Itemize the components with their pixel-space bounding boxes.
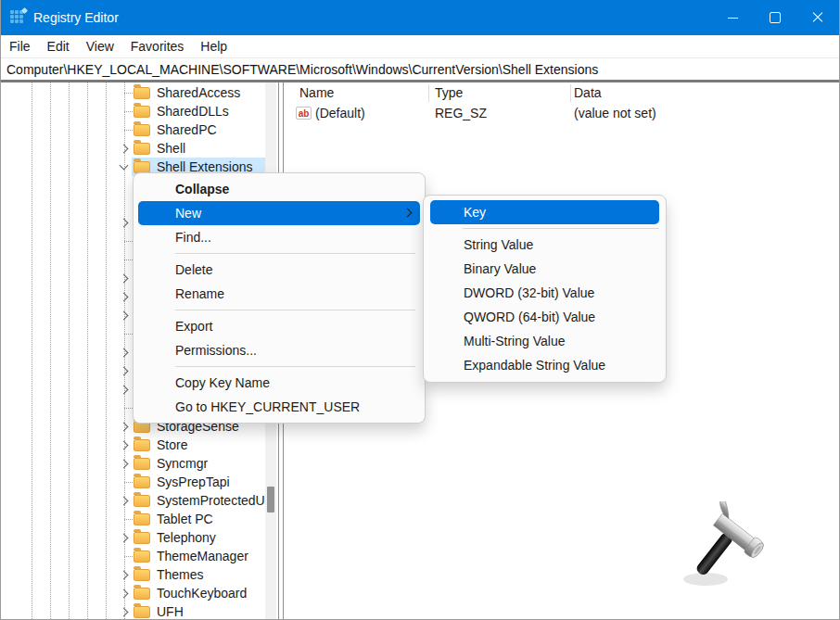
chevron-right-icon[interactable] (119, 348, 129, 358)
menu-item-string-value[interactable]: String Value (430, 233, 659, 257)
tree-item-touchkeyboard[interactable]: TouchKeyboard (1, 584, 265, 602)
menu-item-qword-64-bit-value[interactable]: QWORD (64-bit) Value (430, 305, 659, 329)
menu-item-rename[interactable]: Rename (138, 282, 420, 306)
value-type: REG_SZ (435, 106, 487, 120)
menu-item-collapse[interactable]: Collapse (138, 177, 420, 201)
tree-item-label: SystemProtectedU (157, 493, 265, 508)
tree-item-store[interactable]: Store (1, 436, 265, 454)
folder-icon (134, 606, 150, 618)
value-name: (Default) (315, 106, 365, 120)
column-header-data[interactable]: Data (574, 85, 602, 100)
menu-edit[interactable]: Edit (39, 37, 78, 56)
column-header-name[interactable]: Name (299, 85, 334, 100)
tree-item-syncmgr[interactable]: Syncmgr (1, 454, 265, 473)
tree-item-shareddlls[interactable]: SharedDLLs (1, 102, 265, 120)
address-bar[interactable]: Computer\HKEY_LOCAL_MACHINE\SOFTWARE\Mic… (1, 57, 839, 80)
chevron-down-icon[interactable] (119, 162, 129, 172)
chevron-right-icon[interactable] (119, 422, 129, 432)
menu-separator (175, 366, 415, 367)
tree-item-label: Syncmgr (157, 456, 208, 471)
menu-item-key[interactable]: Key (430, 200, 659, 224)
chevron-right-icon[interactable] (119, 588, 129, 599)
menu-item-label: DWORD (32-bit) Value (464, 285, 594, 300)
new-submenu: KeyString ValueBinary ValueDWORD (32-bit… (423, 195, 667, 383)
tree-item-telephony[interactable]: Telephony (1, 528, 265, 547)
menu-item-export[interactable]: Export (138, 314, 420, 338)
chevron-right-icon[interactable] (119, 385, 129, 395)
value-data: (value not set) (574, 106, 656, 120)
folder-icon (134, 513, 150, 525)
tree-item-systemprotectedu[interactable]: SystemProtectedU (1, 491, 265, 510)
menu-item-label: Permissions... (175, 343, 257, 358)
menu-item-permissions-[interactable]: Permissions... (138, 338, 420, 362)
menu-item-delete[interactable]: Delete (138, 258, 420, 282)
tree-item-themes[interactable]: Themes (1, 565, 265, 584)
menu-item-copy-key-name[interactable]: Copy Key Name (138, 371, 420, 395)
tree-item-label: Tablet PC (157, 512, 213, 526)
chevron-right-icon[interactable] (119, 459, 129, 469)
menu-item-expandable-string-value[interactable]: Expandable String Value (430, 353, 659, 377)
address-path: Computer\HKEY_LOCAL_MACHINE\SOFTWARE\Mic… (6, 62, 598, 77)
submenu-chevron-icon (403, 209, 413, 218)
chevron-right-icon[interactable] (119, 570, 129, 580)
column-divider[interactable] (570, 84, 571, 102)
maximize-icon (770, 12, 781, 23)
folder-icon (134, 550, 150, 563)
menu-item-find-[interactable]: Find... (138, 225, 420, 249)
column-divider[interactable] (428, 84, 429, 102)
chevron-right-icon[interactable] (119, 273, 129, 284)
tree-item-sharedpc[interactable]: SharedPC (1, 120, 265, 139)
chevron-right-icon[interactable] (119, 366, 129, 376)
tree-item-label: ThemeManager (157, 549, 248, 563)
menu-favorites[interactable]: Favorites (122, 37, 193, 56)
menu-item-dword-32-bit-value[interactable]: DWORD (32-bit) Value (430, 281, 659, 305)
tree-scrollbar-thumb[interactable] (267, 487, 274, 512)
menu-item-label: Copy Key Name (175, 375, 270, 390)
menu-item-label: Find... (175, 230, 211, 245)
folder-icon (134, 439, 150, 451)
menu-item-label: String Value (464, 237, 533, 252)
chevron-right-icon[interactable] (119, 496, 129, 506)
chevron-right-icon[interactable] (119, 310, 129, 321)
chevron-right-icon[interactable] (119, 144, 129, 154)
tree-item-label: SharedAccess (157, 85, 240, 100)
tree-item-label: Telephony (157, 530, 216, 545)
tree-item-tablet-pc[interactable]: Tablet PC (1, 510, 265, 528)
value-row-default[interactable]: ab (Default) REG_SZ (value not set) (285, 105, 839, 123)
chevron-right-icon[interactable] (119, 607, 129, 617)
registry-editor-window: Registry Editor FileEditViewFavoritesHel… (0, 0, 840, 620)
tree-item-shell[interactable]: Shell (1, 139, 265, 158)
close-button[interactable] (796, 0, 839, 35)
menu-bar: FileEditViewFavoritesHelp (1, 35, 839, 57)
folder-icon (134, 143, 150, 155)
menu-item-label: Multi-String Value (464, 334, 565, 348)
menu-item-multi-string-value[interactable]: Multi-String Value (430, 329, 659, 353)
window-controls (711, 0, 839, 35)
tree-item-sharedaccess[interactable]: SharedAccess (1, 83, 265, 102)
minimize-icon (728, 18, 738, 19)
folder-icon (134, 106, 150, 118)
tree-item-thememanager[interactable]: ThemeManager (1, 547, 265, 565)
folder-icon (134, 569, 150, 581)
tree-item-ufh[interactable]: UFH (1, 602, 265, 619)
chevron-right-icon[interactable] (119, 292, 129, 302)
menu-help[interactable]: Help (192, 37, 235, 56)
title-bar: Registry Editor (1, 0, 839, 35)
chevron-right-icon[interactable] (119, 218, 129, 228)
column-header-type[interactable]: Type (435, 85, 463, 100)
menu-item-label: Rename (175, 286, 224, 301)
menu-file[interactable]: File (1, 37, 39, 56)
tree-item-label: Store (157, 437, 187, 452)
menu-item-go-to-hkey-current-user[interactable]: Go to HKEY_CURRENT_USER (138, 395, 420, 419)
menu-item-label: New (175, 206, 201, 221)
chevron-right-icon[interactable] (119, 533, 129, 543)
tree-item-syspreptapi[interactable]: SysPrepTapi (1, 473, 265, 491)
menu-item-new[interactable]: New (138, 201, 420, 225)
chevron-right-icon[interactable] (119, 440, 129, 450)
maximize-button[interactable] (754, 0, 796, 35)
menu-item-label: Key (464, 205, 486, 220)
menu-item-binary-value[interactable]: Binary Value (430, 257, 659, 281)
menu-view[interactable]: View (78, 37, 122, 56)
minimize-button[interactable] (711, 0, 754, 35)
registry-grid-icon (10, 10, 25, 25)
